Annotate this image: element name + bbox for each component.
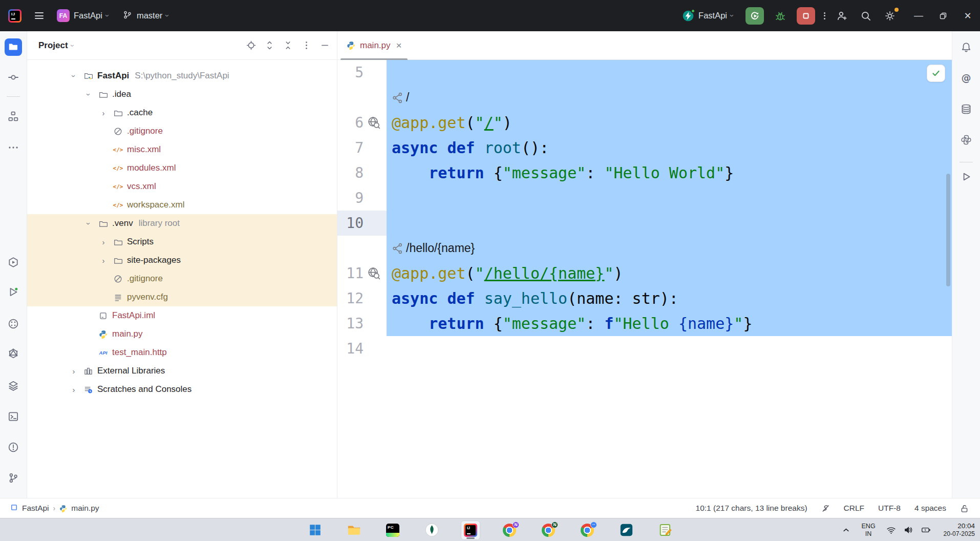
endpoint-icon[interactable]	[366, 115, 381, 131]
tree-item[interactable]: ›site-packages	[27, 251, 337, 269]
code-line-content[interactable]: async def say_hello(name: str):	[387, 286, 952, 311]
more-actions-button[interactable]	[824, 11, 825, 20]
close-tab-icon[interactable]: ×	[396, 40, 402, 51]
line-number[interactable]: 14	[346, 340, 364, 357]
code-line[interactable]: 12async def say_hello(name: str):	[337, 286, 952, 311]
tree-item[interactable]: .gitignore	[27, 122, 337, 140]
battery-icon[interactable]	[921, 525, 931, 535]
line-number[interactable]: 5	[355, 64, 364, 81]
run-config-selector[interactable]: FastApi ›	[682, 10, 734, 22]
terminal-icon[interactable]	[5, 408, 22, 425]
code-line[interactable]: 5	[337, 60, 952, 85]
problems-icon[interactable]	[5, 439, 22, 456]
code-line-content[interactable]	[387, 336, 952, 361]
tray-chevron-icon[interactable]	[841, 525, 851, 535]
lock-open-icon[interactable]	[960, 504, 969, 513]
settings-gear-icon[interactable]	[882, 8, 898, 24]
endpoint-inlay-hint[interactable]: /	[392, 91, 409, 105]
taskbar-intellij-idea[interactable]: IJ	[461, 521, 480, 540]
line-number[interactable]: 11	[346, 265, 364, 282]
services-icon[interactable]	[5, 254, 22, 271]
git-icon[interactable]	[5, 469, 22, 487]
line-number[interactable]: 7	[355, 139, 364, 156]
tree-item[interactable]: ›External Libraries	[27, 362, 337, 380]
editor-gutter[interactable]	[337, 236, 387, 261]
tree-item[interactable]: ›FastApiS:\python_study\FastApi	[27, 67, 337, 85]
line-number[interactable]: 6	[355, 114, 364, 131]
tree-chevron-icon[interactable]: ›	[98, 109, 109, 117]
code-line[interactable]: /hello/{name}	[337, 236, 952, 261]
code-line-content[interactable]	[387, 60, 952, 85]
editor-gutter[interactable]: 6	[337, 110, 387, 135]
status-item[interactable]: 10:1 (217 chars, 13 line breaks)	[696, 504, 807, 513]
tree-item[interactable]: </>vcs.xml	[27, 177, 337, 196]
code-line-content[interactable]: @app.get("/hello/{name}")	[387, 261, 952, 286]
tree-item[interactable]: ›.venvlibrary root	[27, 214, 337, 233]
code-line-content[interactable]: /	[387, 85, 952, 110]
editor-gutter[interactable]	[337, 85, 387, 110]
code-line[interactable]: 14	[337, 336, 952, 361]
wifi-icon[interactable]	[886, 525, 896, 535]
project-widget[interactable]: FA FastApi ›	[57, 9, 109, 22]
main-menu-button[interactable]	[35, 11, 44, 21]
code-line[interactable]: 8 return {"message": "Hello World"}	[337, 160, 952, 185]
code-with-me-button[interactable]	[834, 8, 849, 24]
tree-chevron-icon[interactable]: ›	[98, 256, 109, 265]
endpoint-inlay-hint[interactable]: /hello/{name}	[392, 241, 475, 255]
branch-widget[interactable]: master ›	[122, 10, 169, 22]
code-line-content[interactable]: @app.get("/")	[387, 110, 952, 135]
python-packages-icon[interactable]	[957, 131, 975, 149]
editor-scrollbar[interactable]	[946, 174, 950, 286]
tree-item[interactable]: </>workspace.xml	[27, 196, 337, 214]
expand-all-icon[interactable]	[265, 40, 274, 50]
taskbar-mysql-workbench[interactable]	[616, 521, 636, 540]
language-indicator[interactable]: ENGIN	[862, 523, 876, 537]
taskbar-clock[interactable]: 20:04 20-07-2025	[944, 522, 975, 538]
code-editor[interactable]: 5/6@app.get("/")7async def root():8 retu…	[337, 60, 952, 498]
tree-item[interactable]: pyvenv.cfg	[27, 288, 337, 306]
code-line[interactable]: 6@app.get("/")	[337, 110, 952, 135]
locate-icon[interactable]	[246, 40, 256, 50]
code-line-content[interactable]: return {"message": "Hello World"}	[387, 160, 952, 185]
code-line[interactable]: /	[337, 85, 952, 110]
endpoints-icon[interactable]	[5, 345, 22, 362]
taskbar-windows-start[interactable]	[305, 521, 325, 540]
search-icon[interactable]	[858, 8, 874, 24]
tree-chevron-icon[interactable]: ›	[98, 238, 109, 246]
taskbar-file-explorer[interactable]	[344, 521, 364, 540]
bell-icon[interactable]	[957, 38, 975, 56]
plugins-icon[interactable]	[5, 315, 22, 332]
database-icon[interactable]	[957, 100, 975, 118]
collapse-all-icon[interactable]	[283, 40, 293, 50]
status-item[interactable]: UTF-8	[878, 504, 901, 513]
project-icon[interactable]	[5, 38, 22, 56]
code-line[interactable]: 13 return {"message": f"Hello {name}"}	[337, 311, 952, 336]
line-number[interactable]: 8	[355, 164, 364, 181]
tree-item[interactable]: </>misc.xml	[27, 140, 337, 159]
code-line-content[interactable]	[387, 185, 952, 211]
stop-button[interactable]	[797, 7, 815, 25]
hide-panel-icon[interactable]	[320, 40, 330, 50]
layers-icon[interactable]	[5, 377, 22, 394]
tree-item[interactable]: ›.idea	[27, 85, 337, 103]
restore-button[interactable]	[931, 0, 955, 31]
tree-chevron-icon[interactable]: ›	[68, 385, 79, 394]
code-line-content[interactable]: return {"message": f"Hello {name}"}	[387, 311, 952, 336]
structure-icon[interactable]	[5, 108, 22, 125]
taskbar-pycharm[interactable]: PC	[383, 521, 402, 540]
debug-button[interactable]	[773, 8, 788, 24]
tree-item[interactable]: main.py	[27, 325, 337, 343]
line-number[interactable]: 12	[346, 290, 364, 307]
tree-chevron-icon[interactable]: ›	[68, 367, 79, 376]
taskbar-notepad[interactable]	[655, 521, 675, 540]
code-line[interactable]: 10	[337, 211, 952, 236]
editor-gutter[interactable]: 8	[337, 160, 387, 185]
breadcrumb-project[interactable]: FastApi	[22, 504, 49, 513]
editor-gutter[interactable]: 9	[337, 185, 387, 211]
taskbar-chrome-profile-1[interactable]: N	[500, 521, 519, 540]
tree-item[interactable]: </>modules.xml	[27, 159, 337, 177]
breadcrumb-file[interactable]: main.py	[71, 504, 99, 513]
taskbar-chrome-profile-2[interactable]: N	[539, 521, 558, 540]
editor-gutter[interactable]: 10	[337, 211, 387, 236]
tree-item[interactable]: ›Scripts	[27, 233, 337, 251]
